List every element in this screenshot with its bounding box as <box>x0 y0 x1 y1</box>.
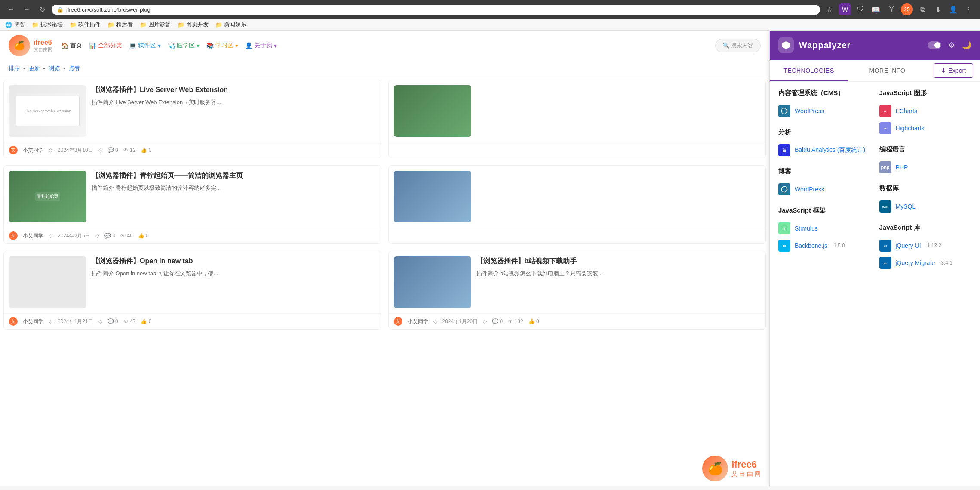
theme-toggle[interactable] <box>928 41 941 49</box>
wordpress-blog-name[interactable]: WordPress <box>795 186 824 193</box>
nav-medical[interactable]: 🩺 医学区 ▾ <box>168 42 200 49</box>
nav-about[interactable]: 👤 关于我 ▾ <box>245 42 277 49</box>
views-5: 👁 47 <box>123 318 136 324</box>
stimulus-name[interactable]: Stimulus <box>795 225 818 232</box>
tech-item-baidu[interactable]: 百 Baidu Analytics (百度统计) <box>778 142 871 159</box>
tech-section-analytics: 分析 百 Baidu Analytics (百度统计) <box>778 128 871 159</box>
bookmark-icon: 📁 <box>178 22 184 28</box>
address-bar[interactable]: 🔒 ifree6.cn/c/soft-zone/broswer-plug <box>52 5 820 15</box>
breadcrumb-views[interactable]: 浏览 <box>49 65 60 72</box>
article-card-4[interactable] <box>388 165 766 244</box>
tech-col-left: 内容管理系统（CMS） WordPress 分析 百 <box>778 89 871 280</box>
nav-software[interactable]: 💻 软件区 ▾ <box>129 42 161 49</box>
wappalyzer-ext-icon[interactable]: W <box>839 3 851 15</box>
php-name[interactable]: PHP <box>896 164 908 171</box>
backbone-name[interactable]: Backbone.js <box>795 242 827 249</box>
breadcrumb-likes[interactable]: 点赞 <box>69 65 80 72</box>
software-icon: 💻 <box>129 42 136 49</box>
shield-ext-icon[interactable]: 🛡 <box>854 3 866 15</box>
wappalyzer-tabs-row: TECHNOLOGIES MORE INFO ⬇ Export <box>770 60 980 82</box>
tech-item-stimulus[interactable]: S Stimulus <box>778 220 871 237</box>
reload-icon[interactable]: ↻ <box>36 3 48 15</box>
wappalyzer-tabs: TECHNOLOGIES MORE INFO <box>770 61 927 80</box>
article-card-6[interactable]: 【浏览器插件】b站视频下载助手 插件简介 b站视频怎么下载到电脑上？只需要安装.… <box>388 251 766 330</box>
tech-item-mysql[interactable]: MySQL MySQL <box>879 198 972 215</box>
back-icon[interactable]: ← <box>5 3 17 15</box>
forward-icon[interactable]: → <box>21 3 33 15</box>
article-card-3[interactable]: 青柠起始页 【浏览器插件】青柠起始页——简洁的浏览器主页 插件简介 青柠起始页以… <box>3 165 381 244</box>
active-ext-icon[interactable]: 25 <box>901 3 913 15</box>
bookmark-media[interactable]: 📁 图片影音 <box>140 21 171 28</box>
wordpress-cms-name[interactable]: WordPress <box>795 108 824 114</box>
bookmark-tech-forum[interactable]: 📁 技术论坛 <box>32 21 63 28</box>
svg-marker-0 <box>782 41 790 49</box>
bookmark-label: 博客 <box>14 21 25 28</box>
echarts-name[interactable]: ECharts <box>896 108 918 114</box>
article-meta-6: 艾 小艾同学 ◇ 2024年1月20日 ◇ 💬 0 👁 132 👍 0 <box>389 313 766 329</box>
star-icon[interactable]: ☆ <box>823 3 836 15</box>
article-meta-4 <box>389 228 766 235</box>
tech-item-backbone[interactable]: BB Backbone.js 1.5.0 <box>778 237 871 254</box>
mysql-name[interactable]: MySQL <box>896 203 916 210</box>
nav-home[interactable]: 🏠 首页 <box>61 42 82 49</box>
breadcrumb-update[interactable]: 更新 <box>29 65 40 72</box>
bookmark-news[interactable]: 📁 新闻娱乐 <box>215 21 246 28</box>
export-button[interactable]: ⬇ Export <box>934 63 973 78</box>
article-card-1[interactable]: Live Server Web Extension 【浏览器插件】Live Se… <box>3 80 381 158</box>
account-icon[interactable]: 👤 <box>947 3 959 15</box>
bookmark-icon: 📁 <box>215 22 222 28</box>
article-title-1: 【浏览器插件】Live Server Web Extension <box>92 85 376 95</box>
svg-point-2 <box>781 186 787 192</box>
tech-item-php[interactable]: php PHP <box>879 159 972 176</box>
separator: ◇ <box>49 233 52 239</box>
yandex-icon[interactable]: Y <box>885 3 897 15</box>
echarts-icon: EC <box>879 105 891 117</box>
php-icon-text: php <box>881 165 889 170</box>
tech-item-highcharts[interactable]: HC Highcharts <box>879 120 972 137</box>
jquery-migrate-name[interactable]: jQuery Migrate <box>896 259 935 266</box>
svg-text:BB: BB <box>783 245 786 247</box>
tab-technologies[interactable]: TECHNOLOGIES <box>770 61 848 81</box>
moon-icon[interactable]: 🌙 <box>962 40 971 50</box>
chevron-down-icon: ▾ <box>197 42 200 49</box>
bookmark-software[interactable]: 📁 软件插件 <box>70 21 101 28</box>
tech-item-echarts[interactable]: EC ECharts <box>879 102 972 120</box>
bookmark-later[interactable]: 📁 稍后看 <box>108 21 133 28</box>
breadcrumb-sort[interactable]: 排序 <box>9 65 20 72</box>
comments-5: 💬 0 <box>108 318 118 324</box>
baidu-analytics-name[interactable]: Baidu Analytics (百度统计) <box>795 146 865 154</box>
reader-icon[interactable]: 📖 <box>870 3 882 15</box>
bookmark-label: 图片影音 <box>148 21 171 28</box>
site-logo[interactable]: 🍊 ifree6 艾自由网 <box>9 35 52 56</box>
tech-item-jquery-ui[interactable]: jUI jQuery UI 1.13.2 <box>879 237 972 254</box>
backbone-icon: BB <box>778 240 790 252</box>
download-icon[interactable]: ⬇ <box>932 3 944 15</box>
tech-item-wordpress-blog[interactable]: WordPress <box>778 181 871 198</box>
watermark-subtitle: 艾 自 由 网 <box>731 470 761 478</box>
chevron-down-icon: ▾ <box>158 42 161 49</box>
tab-more-info[interactable]: MORE INFO <box>848 61 926 81</box>
article-thumb-2 <box>394 85 471 137</box>
tech-item-wordpress-cms[interactable]: WordPress <box>778 102 871 120</box>
article-grid: Live Server Web Extension 【浏览器插件】Live Se… <box>0 76 769 333</box>
brand-watermark: 🍊 ifree6 艾 自 由 网 <box>702 456 761 481</box>
cms-section-title: 内容管理系统（CMS） <box>778 89 871 97</box>
separator: ◇ <box>49 147 52 153</box>
wappalyzer-controls: ⚙ 🌙 <box>928 40 971 50</box>
article-card-2[interactable] <box>388 80 766 158</box>
bookmark-webdev[interactable]: 📁 网页开发 <box>178 21 209 28</box>
settings-icon[interactable]: ⚙ <box>948 40 955 50</box>
menu-icon[interactable]: ⋮ <box>963 3 975 15</box>
article-card-5[interactable]: 【浏览器插件】Open in new tab 插件简介 Open in new … <box>3 251 381 330</box>
separator: ◇ <box>483 318 487 324</box>
nav-all-categories[interactable]: 📊 全部分类 <box>89 42 122 49</box>
bookmark-blog[interactable]: 🌐 博客 <box>5 21 25 28</box>
article-meta-5: 艾 小艾同学 ◇ 2024年1月21日 ◇ 💬 0 👁 47 👍 0 <box>4 313 381 329</box>
highcharts-name[interactable]: Highcharts <box>896 125 925 132</box>
nav-learning[interactable]: 📚 学习区 ▾ <box>206 42 238 49</box>
search-box[interactable]: 🔍 搜索内容 <box>715 39 761 52</box>
bookmark-icon: 📁 <box>140 22 147 28</box>
tech-item-jquery-migrate[interactable]: jMG jQuery Migrate 3.4.1 <box>879 254 972 271</box>
jquery-ui-name[interactable]: jQuery UI <box>896 242 921 249</box>
extensions-icon[interactable]: ⧉ <box>916 3 928 15</box>
